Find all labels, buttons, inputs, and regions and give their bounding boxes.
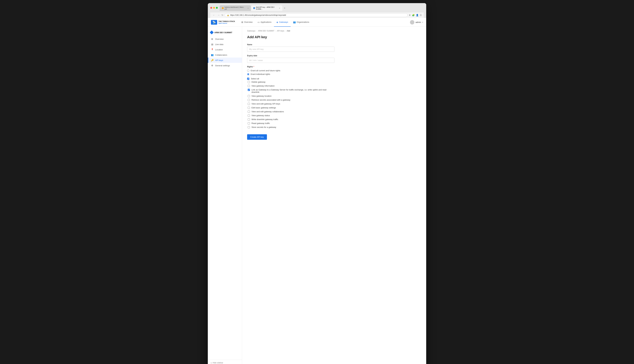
sidebar-overview-icon: ⊞ bbox=[211, 38, 214, 40]
overview-icon: ⊞ bbox=[241, 21, 243, 24]
add-tab-button[interactable]: + bbox=[283, 5, 286, 11]
breadcrumb-arm-dev-summit[interactable]: ARM DEV SUMMIT bbox=[258, 30, 274, 32]
checkbox-view-gateway-info-input[interactable] bbox=[248, 85, 250, 87]
page-content: Gateways › ARM DEV SUMMIT › API keys › A… bbox=[242, 27, 426, 364]
browser-tab-2[interactable]: Add API key - ARM DEV SUMM... ✕ bbox=[251, 5, 282, 11]
extensions-icon[interactable]: 🧩 bbox=[412, 14, 415, 16]
tab1-title: balena dashboard | Marc-pi4 bbox=[225, 6, 246, 10]
checkbox-edit-basic-settings-input[interactable] bbox=[248, 107, 250, 109]
breadcrumb-api-keys[interactable]: API keys bbox=[277, 30, 284, 32]
checkbox-view-edit-collaborators[interactable]: View and edit gateway collaborators bbox=[248, 110, 334, 113]
sidebar-item-overview[interactable]: ⊞ Overview bbox=[208, 36, 242, 42]
checkbox-write-downlink-input[interactable] bbox=[248, 118, 250, 120]
checkbox-read-traffic-input[interactable] bbox=[248, 122, 250, 124]
select-all-checkbox[interactable] bbox=[247, 78, 249, 80]
checkbox-view-status-label: View gateway status bbox=[252, 114, 270, 117]
refresh-button[interactable]: ↻ bbox=[222, 14, 224, 16]
top-nav: 📡 THE THINGS STACK Open Source ⊞ Overvie… bbox=[208, 18, 426, 27]
forward-button[interactable]: → bbox=[217, 14, 220, 17]
app-content: 📡 THE THINGS STACK Open Source ⊞ Overvie… bbox=[208, 18, 426, 364]
checkbox-retrieve-secrets[interactable]: Retrieve secrets associated with a gatew… bbox=[248, 99, 334, 101]
sidebar-item-collaborators[interactable]: 👥 Collaborators bbox=[208, 52, 242, 58]
checkbox-edit-basic-settings[interactable]: Edit basic gateway settings bbox=[248, 106, 334, 109]
sidebar-live-data-icon: ▤ bbox=[211, 43, 214, 46]
logo-text: THE THINGS STACK bbox=[218, 20, 235, 22]
sidebar-footer: ◁ Hide sidebar bbox=[208, 360, 242, 364]
sidebar-item-api-keys[interactable]: 🔑 API keys bbox=[208, 58, 242, 63]
breadcrumb-gateways[interactable]: Gateways bbox=[247, 30, 256, 32]
menu-icon[interactable]: ☰ bbox=[420, 14, 422, 16]
checkbox-view-gateway-info[interactable]: View gateway information bbox=[248, 85, 334, 87]
nav-item-gateways[interactable]: ◈ Gateways bbox=[274, 18, 291, 27]
radio-all-rights[interactable]: Grant all current and future rights bbox=[247, 70, 334, 72]
checkbox-store-secrets-input[interactable] bbox=[248, 126, 250, 128]
nav-item-organizations-label: Organizations bbox=[297, 21, 309, 23]
close-traffic-light[interactable] bbox=[210, 7, 212, 9]
rights-label: Rights * bbox=[247, 66, 334, 68]
checkbox-view-gateway-info-label: View gateway information bbox=[252, 85, 274, 87]
checkbox-view-edit-api-keys[interactable]: View and edit gateway API keys bbox=[248, 102, 334, 105]
browser-toolbar-right: ⬇ 🧩 👤 ☰ bbox=[409, 14, 422, 16]
radio-individual-rights[interactable]: Grant individual rights bbox=[247, 73, 334, 75]
checkbox-view-status-input[interactable] bbox=[248, 114, 250, 117]
name-input[interactable] bbox=[247, 47, 334, 52]
sidebar-item-general-settings[interactable]: ⚙ General settings bbox=[208, 63, 242, 68]
select-all-checkbox-item[interactable]: Select all bbox=[247, 78, 334, 80]
download-icon[interactable]: ⬇ bbox=[409, 14, 411, 16]
back-button[interactable]: ← bbox=[212, 14, 216, 17]
organizations-icon: 👥 bbox=[293, 21, 296, 24]
checkbox-retrieve-secrets-input[interactable] bbox=[248, 99, 250, 101]
checkbox-delete-gateway[interactable]: Delete gateway bbox=[248, 81, 334, 83]
nav-item-applications[interactable]: ▭ Applications bbox=[255, 18, 274, 27]
checkbox-view-status[interactable]: View gateway status bbox=[248, 114, 334, 117]
address-field[interactable]: 🔒 https://192.168.1.46/console/gateways/… bbox=[225, 13, 408, 17]
browser-controls: balena dashboard | Marc-pi4 ✕ Add API ke… bbox=[210, 5, 424, 11]
maximize-traffic-light[interactable] bbox=[216, 7, 218, 9]
gateways-icon: ◈ bbox=[276, 21, 278, 24]
sidebar-item-location[interactable]: 📍 Location bbox=[208, 47, 242, 52]
rights-form-group: Rights * Grant all current and future ri… bbox=[247, 66, 334, 128]
checkbox-view-edit-collaborators-input[interactable] bbox=[248, 110, 250, 113]
sidebar-settings-label: General settings bbox=[215, 64, 230, 67]
tabs-row: balena dashboard | Marc-pi4 ✕ Add API ke… bbox=[220, 5, 286, 11]
tab2-close[interactable]: ✕ bbox=[279, 7, 280, 9]
expiry-input[interactable] bbox=[247, 58, 334, 63]
sidebar-item-live-data[interactable]: ▤ Live data bbox=[208, 42, 242, 47]
logo-area: 📡 THE THINGS STACK Open Source bbox=[211, 20, 235, 25]
tab1-favicon bbox=[222, 7, 224, 9]
page-title: Add API key bbox=[247, 35, 421, 39]
logo-sub: Open Source bbox=[218, 22, 235, 24]
tab1-close[interactable]: ✕ bbox=[248, 7, 249, 9]
user-dropdown-icon[interactable]: ▾ bbox=[422, 21, 423, 23]
checkbox-delete-gateway-input[interactable] bbox=[248, 81, 250, 83]
checkbox-view-edit-api-keys-input[interactable] bbox=[248, 103, 250, 105]
browser-tab-1[interactable]: balena dashboard | Marc-pi4 ✕ bbox=[220, 5, 251, 11]
name-form-group: Name bbox=[247, 44, 334, 52]
nav-item-overview[interactable]: ⊞ Overview bbox=[239, 18, 255, 27]
nav-item-organizations[interactable]: 👥 Organizations bbox=[291, 18, 312, 27]
nav-right: admin ▾ bbox=[410, 20, 423, 24]
gateway-diamond-icon bbox=[210, 30, 214, 34]
checkbox-link-gateway[interactable]: Link as Gateway to a Gateway Server for … bbox=[248, 88, 334, 93]
checkbox-write-downlink[interactable]: Write downlink gateway traffic bbox=[248, 118, 334, 120]
checkbox-view-location-input[interactable] bbox=[248, 95, 250, 97]
radio-all-rights-label: Grant all current and future rights bbox=[250, 70, 280, 72]
radio-individual-rights-label: Grant individual rights bbox=[250, 73, 270, 75]
checkbox-view-location[interactable]: View gateway location bbox=[248, 95, 334, 97]
sidebar-collaborators-label: Collaborators bbox=[215, 54, 227, 56]
sidebar-collaborators-icon: 👥 bbox=[211, 54, 214, 56]
checkbox-read-traffic[interactable]: Read gateway traffic bbox=[248, 122, 334, 124]
radio-individual-rights-input[interactable] bbox=[247, 73, 249, 75]
hide-sidebar-button[interactable]: ◁ Hide sidebar bbox=[210, 362, 223, 364]
checkbox-link-gateway-input[interactable] bbox=[248, 89, 250, 91]
select-all-label: Select all bbox=[251, 78, 259, 80]
logo-icon: 📡 bbox=[211, 20, 217, 25]
radio-all-rights-input[interactable] bbox=[247, 70, 249, 72]
checkbox-retrieve-secrets-label: Retrieve secrets associated with a gatew… bbox=[252, 99, 290, 101]
profile-icon[interactable]: 👤 bbox=[416, 14, 418, 16]
create-api-key-button[interactable]: Create API key bbox=[247, 134, 267, 140]
minimize-traffic-light[interactable] bbox=[213, 7, 215, 9]
admin-label: admin bbox=[416, 21, 421, 24]
checkbox-store-secrets[interactable]: Store secrets for a gateway bbox=[248, 126, 334, 128]
checkbox-list: Delete gateway View gateway information … bbox=[248, 81, 334, 128]
